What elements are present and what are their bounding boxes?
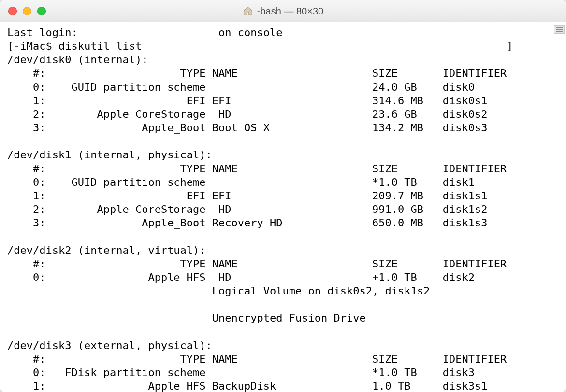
close-button[interactable] — [8, 7, 17, 15]
terminal-window: -bash — 80×30 Last login: on console [-i… — [0, 0, 566, 392]
window-title-text: -bash — 80×30 — [257, 6, 323, 17]
titlebar[interactable]: -bash — 80×30 — [0, 0, 566, 22]
terminal-output[interactable]: Last login: on console [-iMac$ diskutil … — [7, 26, 559, 392]
home-icon — [243, 6, 253, 16]
traffic-lights — [0, 7, 46, 15]
terminal-content[interactable]: Last login: on console [-iMac$ diskutil … — [0, 22, 566, 392]
minimize-button[interactable] — [23, 7, 31, 15]
hamburger-icon[interactable] — [554, 25, 565, 34]
window-title: -bash — 80×30 — [0, 6, 566, 17]
zoom-button[interactable] — [37, 7, 46, 15]
